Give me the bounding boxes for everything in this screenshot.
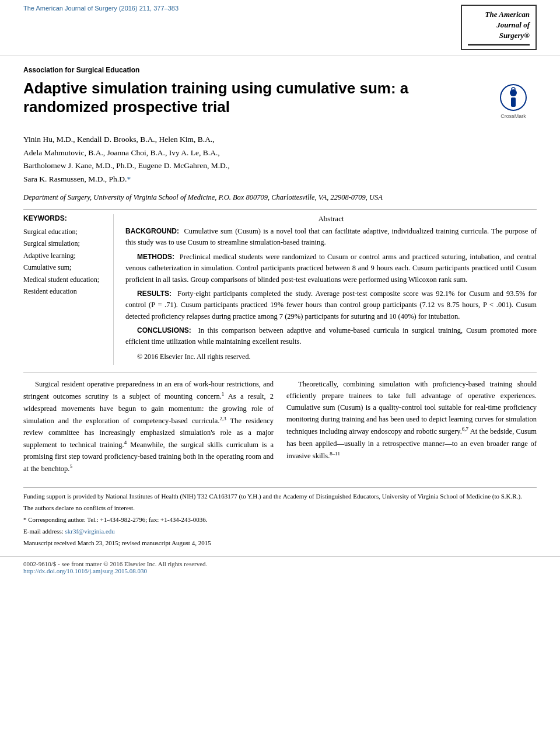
crossmark-box: CrossMark — [490, 83, 537, 119]
authors: Yinin Hu, M.D., Kendall D. Brooks, B.A.,… — [23, 133, 537, 187]
ref-8-11: 8–11 — [330, 451, 340, 456]
keyword-2: Surgical simulation; — [23, 238, 105, 249]
svg-rect-2 — [511, 97, 516, 107]
abstract-copyright: © 2016 Elsevier Inc. All rights reserved… — [125, 351, 537, 362]
page: The American Journal of Surgery (2016) 2… — [0, 0, 560, 753]
body-section: Surgical resident operative preparedness… — [23, 378, 537, 479]
keywords-column: KEYWORDS: Surgical education; Surgical s… — [23, 214, 114, 365]
bottom-issn: 0002-9610/$ - see front matter © 2016 El… — [23, 560, 207, 567]
footnote-section: Funding support is provided by National … — [23, 487, 537, 548]
journal-logo: The American Journal of Surgery® — [461, 5, 537, 50]
body-col-right: Theoretically, combining simulation with… — [286, 378, 537, 479]
footnote-email: E-mail address: skr3f@virginia.edu — [23, 527, 537, 536]
keyword-3: Adaptive learning; — [23, 250, 105, 262]
footnote-text: Funding support is provided by National … — [23, 491, 537, 548]
footnote-received: Manuscript received March 23, 2015; revi… — [23, 538, 537, 548]
ref-2-3: 2,3 — [219, 416, 226, 421]
abstract-methods: METHODS: Preclinical medical students we… — [125, 252, 537, 285]
logo-title-line3: Surgery® — [468, 30, 530, 41]
keyword-5: Medical student education; — [23, 274, 105, 285]
abstract-title: Abstract — [125, 214, 537, 224]
body-para-2: Theoretically, combining simulation with… — [286, 378, 537, 461]
results-label: RESULTS: — [137, 290, 172, 298]
svg-point-1 — [510, 89, 517, 96]
main-content: Association for Surgical Education Adapt… — [0, 55, 560, 549]
body-col-left: Surgical resident operative preparedness… — [23, 378, 274, 479]
bottom-bar: 0002-9610/$ - see front matter © 2016 El… — [0, 556, 560, 578]
methods-text: Preclinical medical students were random… — [125, 253, 537, 284]
abstract-text: BACKGROUND: Cumulative sum (Cusum) is a … — [125, 226, 537, 362]
conclusions-label: CONCLUSIONS: — [137, 326, 191, 334]
methods-label: METHODS: — [137, 253, 174, 261]
crossmark-label: CrossMark — [501, 113, 526, 119]
keyword-4: Cumulative sum; — [23, 262, 105, 273]
footnote-conflicts: The authors declare no conflicts of inte… — [23, 503, 537, 513]
keyword-6: Resident education — [23, 285, 105, 297]
footnote-corresponding: * Corresponding author. Tel.: +1-434-982… — [23, 515, 537, 525]
email-link[interactable]: skr3f@virginia.edu — [65, 528, 114, 535]
divider-2 — [23, 372, 537, 372]
keywords-list: Surgical education; Surgical simulation;… — [23, 226, 105, 297]
background-label: BACKGROUND: — [125, 227, 179, 235]
logo-title-line1: The American — [468, 9, 530, 20]
journal-reference: The American Journal of Surgery (2016) 2… — [23, 5, 178, 12]
top-bar: The American Journal of Surgery (2016) 2… — [0, 0, 560, 55]
keyword-1: Surgical education; — [23, 226, 105, 238]
body-para-1: Surgical resident operative preparedness… — [23, 378, 274, 475]
ref-5: 5 — [70, 463, 73, 469]
abstract-background: BACKGROUND: Cumulative sum (Cusum) is a … — [125, 226, 537, 249]
doi-link[interactable]: http://dx.doi.org/10.1016/j.amjsurg.2015… — [23, 567, 147, 574]
logo-lines — [468, 44, 530, 46]
article-title: Adaptive simulation training using cumul… — [23, 79, 420, 117]
background-text: Cumulative sum (Cusum) is a novel tool t… — [125, 227, 537, 246]
abstract-results: RESULTS: Forty-eight participants comple… — [125, 288, 537, 322]
footnote-funding: Funding support is provided by National … — [23, 491, 537, 501]
crossmark-icon — [499, 83, 527, 111]
affiliation: Department of Surgery, University of Vir… — [23, 192, 537, 203]
keywords-abstract-section: KEYWORDS: Surgical education; Surgical s… — [23, 214, 537, 365]
abstract-column: Abstract BACKGROUND: Cumulative sum (Cus… — [125, 214, 537, 365]
abstract-conclusions: CONCLUSIONS: In this comparison between … — [125, 325, 537, 348]
ref-1: 1 — [222, 391, 225, 397]
section-label: Association for Surgical Education — [23, 66, 537, 74]
ref-6-7: 6,7 — [462, 426, 468, 432]
keywords-title: KEYWORDS: — [23, 214, 105, 222]
results-text: Forty-eight participants completed the s… — [125, 290, 537, 320]
title-row: Adaptive simulation training using cumul… — [23, 79, 537, 125]
logo-title-line2: Journal of — [468, 20, 530, 30]
divider-1 — [23, 209, 537, 210]
ref-4: 4 — [124, 440, 127, 445]
